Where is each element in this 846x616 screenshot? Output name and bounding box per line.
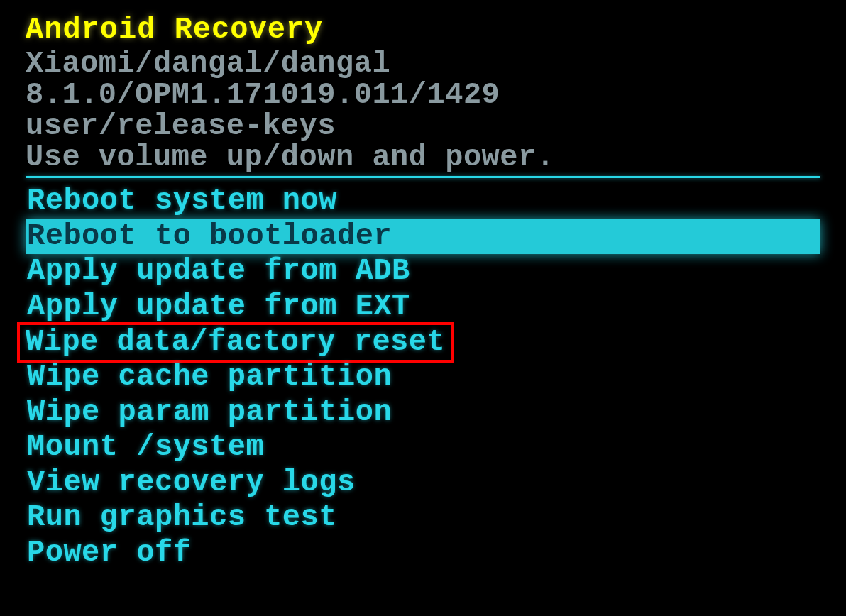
menu-reboot-bootloader[interactable]: Reboot to bootloader <box>26 219 820 255</box>
device-info: Xiaomi/dangal/dangal <box>26 48 820 79</box>
menu-wipe-data[interactable]: Wipe data/factory reset <box>17 322 454 363</box>
menu-graphics-test[interactable]: Run graphics test <box>26 500 820 536</box>
menu-wipe-cache[interactable]: Wipe cache partition <box>26 360 820 395</box>
menu-mount-system[interactable]: Mount /system <box>26 430 820 466</box>
divider <box>26 176 820 178</box>
build-info: 8.1.0/OPM1.171019.011/1429 <box>26 79 820 111</box>
menu-view-logs[interactable]: View recovery logs <box>26 466 820 501</box>
recovery-title: Android Recovery <box>26 13 820 47</box>
recovery-menu: Reboot system now Reboot to bootloader A… <box>26 184 820 571</box>
menu-power-off[interactable]: Power off <box>26 536 820 571</box>
menu-reboot-system[interactable]: Reboot system now <box>26 184 820 219</box>
keys-info: user/release-keys <box>26 111 820 142</box>
menu-apply-adb[interactable]: Apply update from ADB <box>26 254 820 290</box>
menu-apply-ext[interactable]: Apply update from EXT <box>26 290 820 325</box>
menu-wipe-param[interactable]: Wipe param partition <box>26 395 820 431</box>
instructions: Use volume up/down and power. <box>26 142 820 173</box>
